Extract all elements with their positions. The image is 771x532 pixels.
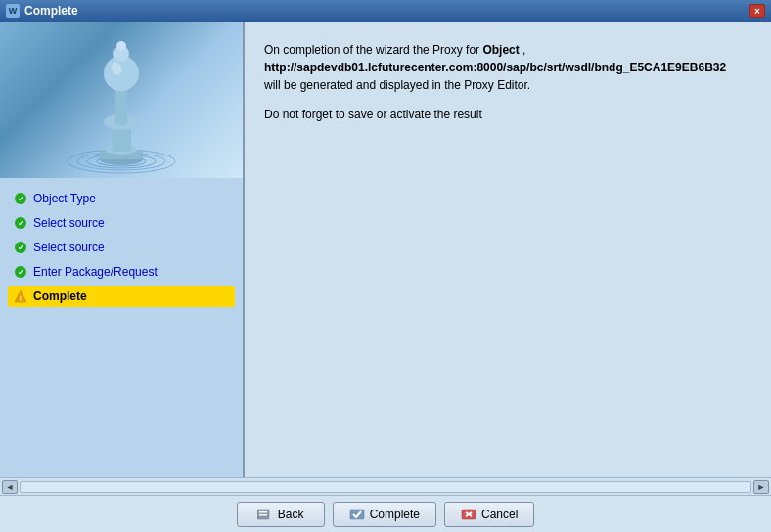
nav-link-select-source-2[interactable]: Select source [33, 241, 105, 254]
svg-rect-20 [350, 510, 364, 519]
window-title: Complete [24, 4, 78, 18]
nav-item-select-source-2[interactable]: Select source [8, 237, 235, 258]
content-paragraph-2: Do not forget to save or activate the re… [264, 106, 751, 123]
cancel-icon [461, 507, 476, 522]
scroll-left-arrow[interactable]: ◄ [2, 480, 18, 494]
horizontal-scrollbar[interactable]: ◄ ► [0, 477, 771, 495]
button-bar: Back Complete Cancel [0, 495, 771, 532]
close-button[interactable]: × [749, 4, 765, 18]
content-area: Object Type Select source Select source [0, 22, 771, 477]
cancel-label: Cancel [481, 508, 518, 521]
paragraph1-url: http://sapdevdb01.lcfuturecenter.com:800… [264, 61, 726, 74]
complete-label: Complete [370, 508, 420, 521]
status-icon-enter-package [14, 265, 27, 279]
complete-btn-icon [349, 508, 365, 521]
nav-label-complete: Complete [33, 289, 87, 303]
green-check-icon-4 [15, 266, 26, 278]
nav-link-object-type[interactable]: Object Type [33, 192, 96, 205]
paragraph1-suffix: will be generated and displayed in the P… [264, 78, 530, 92]
scroll-right-arrow[interactable]: ► [753, 480, 769, 494]
title-bar: W Complete × [0, 0, 771, 22]
nav-list: Object Type Select source Select source [0, 178, 243, 477]
scrollbar-track[interactable] [20, 481, 751, 493]
paragraph1-prefix: On completion of the wizard the Proxy fo… [264, 43, 482, 57]
content-paragraph-1: On completion of the wizard the Proxy fo… [264, 41, 751, 94]
back-icon [257, 507, 273, 522]
nav-item-select-source-1[interactable]: Select source [8, 212, 235, 234]
status-icon-object-type [14, 192, 27, 205]
nav-item-enter-package[interactable]: Enter Package/Request [8, 261, 235, 283]
warning-triangle-icon: ! [14, 289, 27, 303]
window-body: Object Type Select source Select source [0, 22, 771, 532]
nav-item-object-type[interactable]: Object Type [8, 188, 235, 209]
svg-rect-18 [259, 511, 267, 513]
nav-link-enter-package[interactable]: Enter Package/Request [33, 265, 158, 279]
complete-icon [349, 507, 365, 522]
green-check-icon-2 [15, 217, 26, 229]
svg-point-13 [116, 41, 126, 51]
paragraph2-text: Do not forget to save or activate the re… [264, 108, 482, 121]
back-label: Back [278, 508, 304, 521]
svg-text:!: ! [20, 295, 22, 302]
back-button[interactable]: Back [237, 502, 325, 527]
right-panel: On completion of the wizard the Proxy fo… [245, 22, 771, 477]
status-icon-select-source-2 [14, 241, 27, 254]
back-btn-icon [257, 508, 273, 521]
nav-item-complete[interactable]: ! Complete [8, 286, 235, 307]
paragraph1-comma: , [520, 43, 526, 57]
wizard-illustration [63, 24, 180, 176]
window-icon: W [6, 4, 20, 18]
left-panel: Object Type Select source Select source [0, 22, 243, 477]
status-icon-complete: ! [14, 289, 27, 303]
complete-button[interactable]: Complete [333, 502, 436, 527]
cancel-btn-icon [461, 508, 476, 521]
nav-link-select-source-1[interactable]: Select source [33, 216, 105, 230]
cancel-button[interactable]: Cancel [444, 502, 534, 527]
status-icon-select-source-1 [14, 216, 27, 230]
title-bar-left: W Complete [6, 4, 78, 18]
svg-rect-19 [259, 514, 267, 516]
paragraph1-bold: Object [482, 43, 519, 57]
green-check-icon [15, 193, 26, 204]
green-check-icon-3 [15, 242, 26, 253]
wizard-image [0, 22, 243, 178]
